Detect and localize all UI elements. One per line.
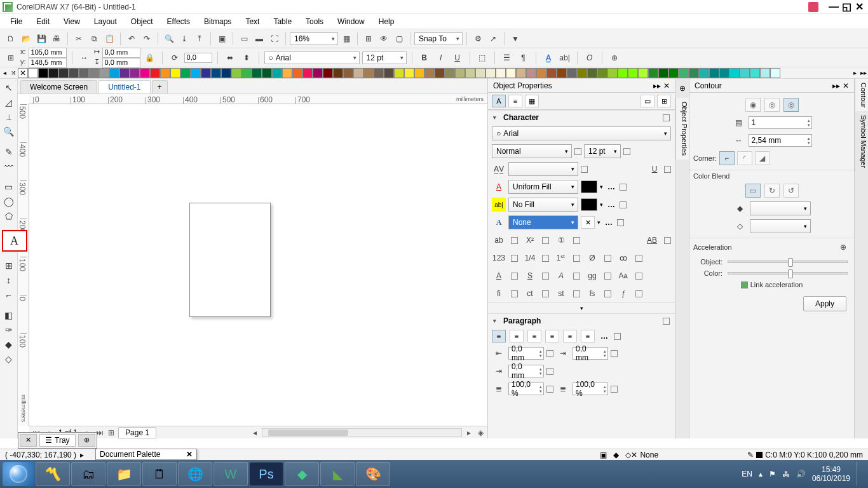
- align-full-icon[interactable]: ≡: [563, 330, 577, 342]
- super-icon[interactable]: X²: [523, 233, 537, 247]
- edit-text-icon[interactable]: ab|: [558, 51, 572, 65]
- fill-color-icon[interactable]: A: [492, 180, 506, 194]
- taskbar-winamp-icon[interactable]: 〽️: [36, 462, 70, 486]
- crop-tool-icon[interactable]: ⟂: [2, 111, 16, 123]
- mirror-h-icon[interactable]: ⬌: [223, 51, 237, 65]
- add-icon[interactable]: ⊕: [607, 51, 621, 65]
- st-icon[interactable]: st: [554, 287, 568, 301]
- color-swatch[interactable]: [445, 68, 455, 78]
- color-swatch[interactable]: [740, 68, 750, 78]
- save-icon[interactable]: 💾: [34, 32, 48, 46]
- page-tab[interactable]: Page 1: [118, 427, 156, 438]
- bullets-icon[interactable]: ☰: [500, 51, 514, 65]
- contour-outside-icon[interactable]: ◎: [783, 98, 799, 112]
- menu-view[interactable]: View: [57, 16, 86, 27]
- char-lock-icon[interactable]: [663, 114, 670, 121]
- accel-add-icon[interactable]: ⊕: [836, 240, 850, 254]
- tab-outline-icon[interactable]: A: [492, 95, 506, 107]
- size-lock-icon[interactable]: [623, 148, 630, 155]
- taskbar-corel-icon[interactable]: ◣: [320, 462, 355, 486]
- tray-up-icon[interactable]: ▴: [759, 470, 763, 478]
- tray-net-icon[interactable]: 🖧: [782, 470, 790, 478]
- page[interactable]: [189, 203, 271, 317]
- color-swatch[interactable]: [597, 68, 607, 78]
- copy-icon[interactable]: ⧉: [87, 32, 101, 46]
- palette-more-icon[interactable]: ▸▸: [859, 69, 868, 76]
- taskbar-notes-icon[interactable]: 🗒: [142, 462, 177, 486]
- tab-trans-icon[interactable]: ▦: [525, 95, 539, 107]
- color-swatch[interactable]: [109, 68, 119, 78]
- undo-icon[interactable]: ↶: [125, 32, 139, 46]
- outline-more-icon[interactable]: …: [603, 216, 614, 229]
- accel-object-slider[interactable]: [728, 261, 848, 263]
- opentype-icon[interactable]: O: [583, 51, 597, 65]
- kerning-combo[interactable]: [508, 162, 578, 176]
- menu-object[interactable]: Object: [125, 16, 159, 27]
- align-none-icon[interactable]: ≡: [581, 330, 595, 342]
- char-format-icon[interactable]: A̲: [541, 51, 555, 65]
- color-swatch[interactable]: [485, 68, 496, 78]
- color-swatch[interactable]: [679, 68, 689, 78]
- doc-palette-close-icon[interactable]: ✕: [186, 450, 193, 459]
- color-swatch[interactable]: [658, 68, 668, 78]
- canvas[interactable]: [29, 104, 487, 426]
- taskbar-explorer-icon[interactable]: 📁: [107, 462, 141, 486]
- color-swatch[interactable]: [607, 68, 618, 78]
- color-swatch[interactable]: [282, 68, 292, 78]
- expand-char-icon[interactable]: ▾: [580, 305, 583, 311]
- align-left-icon[interactable]: ≡: [492, 330, 506, 342]
- indent-first-icon[interactable]: ⇥: [492, 364, 506, 378]
- color-swatch[interactable]: [567, 68, 577, 78]
- mirror-v-icon[interactable]: ⬍: [240, 51, 254, 65]
- rectangle-tool-icon[interactable]: ▭: [2, 180, 16, 193]
- color-swatch[interactable]: [180, 68, 191, 78]
- launch-icon[interactable]: ↗: [486, 32, 500, 46]
- bg-color-chip[interactable]: [581, 198, 597, 211]
- blend-ccw-icon[interactable]: ↺: [783, 184, 799, 198]
- shape-tool-icon[interactable]: ◿: [2, 96, 16, 109]
- h-scrollbar[interactable]: [262, 428, 462, 437]
- color-swatch[interactable]: [587, 68, 597, 78]
- indent-first-field[interactable]: 0,0 mm: [508, 365, 544, 377]
- num-icon[interactable]: 123: [492, 251, 506, 265]
- menu-effects[interactable]: Effects: [161, 16, 196, 27]
- color-swatch[interactable]: [333, 68, 343, 78]
- vtab-symbol-manager[interactable]: Symbol Manager: [855, 111, 868, 172]
- color-swatch[interactable]: [424, 68, 435, 78]
- color-swatch[interactable]: [201, 68, 211, 78]
- color-swatch[interactable]: [628, 68, 638, 78]
- section-character[interactable]: Character: [488, 111, 675, 125]
- taskbar-paint-icon[interactable]: 🎨: [356, 462, 390, 486]
- color-swatch[interactable]: [272, 68, 282, 78]
- color-swatch[interactable]: [79, 68, 89, 78]
- tab-welcome[interactable]: Welcome Screen: [20, 80, 97, 93]
- minimize-button[interactable]: —: [827, 1, 840, 13]
- app-launcher-icon[interactable]: ▼: [508, 32, 522, 46]
- start-button[interactable]: [3, 462, 34, 486]
- color-swatch[interactable]: [28, 68, 38, 78]
- import-icon[interactable]: ⤓: [177, 32, 191, 46]
- fill-tool-icon[interactable]: ◆: [2, 338, 16, 351]
- color-swatch[interactable]: [760, 68, 770, 78]
- connector-tool-icon[interactable]: ⌐: [2, 288, 16, 301]
- dimension-tool-icon[interactable]: ↕: [2, 274, 16, 287]
- contour-center-icon[interactable]: ◉: [745, 98, 761, 112]
- color-swatch[interactable]: [130, 68, 140, 78]
- menu-bitmaps[interactable]: Bitmaps: [198, 16, 238, 27]
- docker-add-icon[interactable]: ⊕: [675, 79, 689, 98]
- spacing-before-field[interactable]: 100,0 %: [508, 383, 544, 395]
- underline-style-icon[interactable]: U: [648, 162, 661, 176]
- color-swatch[interactable]: [150, 68, 160, 78]
- color-swatch[interactable]: [221, 68, 231, 78]
- status-proof-icon[interactable]: ▣: [600, 451, 607, 459]
- search-icon[interactable]: 🔍: [162, 32, 176, 46]
- script-icon[interactable]: A: [554, 269, 568, 283]
- cut-icon[interactable]: ✂: [72, 32, 86, 46]
- tray-label[interactable]: Tray: [55, 436, 70, 445]
- taskbar-ps-icon[interactable]: Ps: [249, 462, 283, 486]
- artistic-media-icon[interactable]: 〰: [2, 160, 16, 173]
- char-size-combo[interactable]: 12 pt: [584, 144, 621, 158]
- ruler-vertical[interactable]: 5004003002001000100 millimeters: [18, 104, 29, 426]
- smallcap-icon[interactable]: Aᴀ: [616, 269, 630, 283]
- font-combo[interactable]: ○Arial: [264, 51, 360, 64]
